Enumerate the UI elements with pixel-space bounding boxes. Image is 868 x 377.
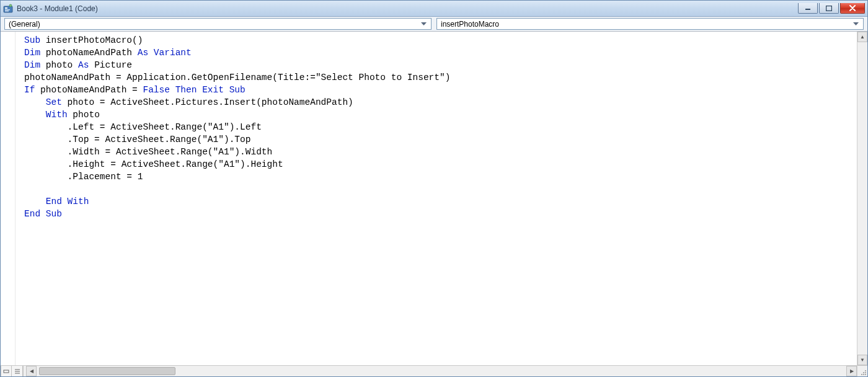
window-title: Book3 - Module1 (Code): [17, 4, 798, 13]
svg-point-12: [863, 374, 864, 375]
scroll-right-button[interactable]: ▶: [846, 366, 857, 376]
scroll-up-button[interactable]: ▲: [857, 32, 867, 42]
vba-module-icon: [3, 4, 13, 14]
svg-point-4: [9, 4, 12, 7]
code-area: Sub insertPhotoMacro() Dim photoNameAndP…: [1, 32, 867, 365]
scroll-thumb[interactable]: [39, 367, 175, 375]
scroll-track[interactable]: [37, 366, 846, 376]
svg-point-16: [865, 370, 866, 371]
procedure-dropdown-value: insertPhotoMacro: [441, 20, 848, 29]
svg-rect-1: [5, 7, 7, 9]
window-controls: [798, 3, 865, 14]
object-dropdown[interactable]: (General): [4, 18, 432, 30]
resize-grip[interactable]: [857, 366, 867, 376]
svg-rect-3: [5, 11, 9, 12]
code-editor[interactable]: Sub insertPhotoMacro() Dim photoNameAndP…: [16, 32, 857, 365]
procedure-dropdown[interactable]: insertPhotoMacro: [436, 18, 864, 30]
close-button[interactable]: [840, 3, 865, 14]
vertical-scrollbar[interactable]: ▲ ▼: [857, 32, 867, 365]
object-dropdown-value: (General): [9, 20, 416, 29]
bottom-bar: ◀ ▶: [1, 365, 867, 376]
code-window: Book3 - Module1 (Code) (General) insertP…: [0, 0, 868, 377]
chevron-down-icon: [851, 19, 861, 29]
dropdown-row: (General) insertPhotoMacro: [1, 17, 867, 32]
svg-point-14: [861, 374, 862, 375]
chevron-down-icon: [418, 19, 428, 29]
minimize-button[interactable]: [798, 3, 818, 14]
view-buttons: [1, 366, 24, 376]
svg-rect-6: [826, 6, 832, 11]
scroll-down-button[interactable]: ▼: [857, 355, 867, 365]
maximize-button[interactable]: [819, 3, 839, 14]
horizontal-scrollbar[interactable]: ◀ ▶: [26, 366, 857, 376]
svg-rect-5: [805, 9, 810, 10]
code-margin[interactable]: [1, 32, 16, 365]
svg-point-15: [863, 372, 864, 373]
procedure-view-button[interactable]: [1, 366, 12, 376]
svg-rect-7: [4, 370, 9, 373]
svg-rect-2: [5, 9, 10, 11]
titlebar[interactable]: Book3 - Module1 (Code): [1, 1, 867, 17]
svg-point-11: [865, 374, 866, 375]
scroll-left-button[interactable]: ◀: [26, 366, 37, 376]
svg-point-13: [865, 372, 866, 373]
content-area: Sub insertPhotoMacro() Dim photoNameAndP…: [1, 32, 867, 376]
full-module-view-button[interactable]: [12, 366, 23, 376]
